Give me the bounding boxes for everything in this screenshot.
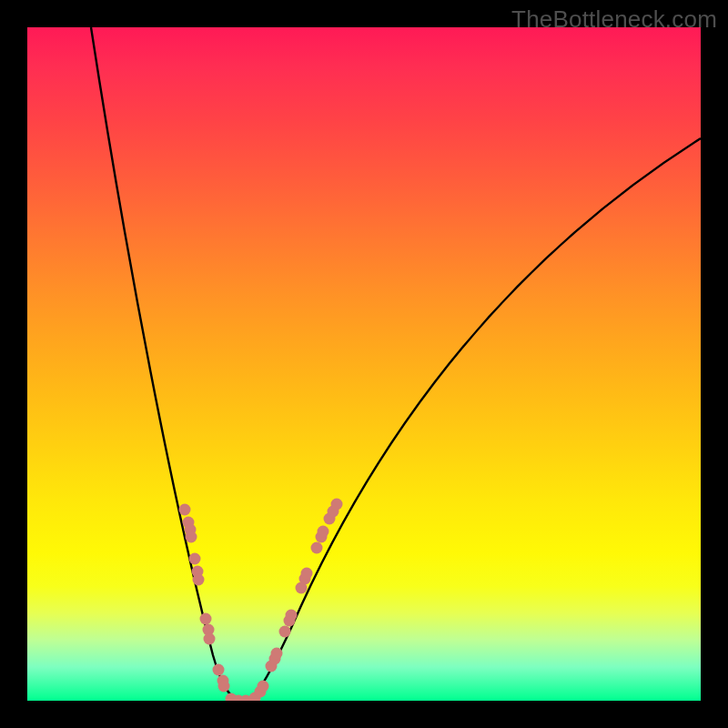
overlay-dot	[186, 531, 197, 543]
overlay-dot	[193, 574, 205, 586]
overlay-dot	[213, 664, 225, 676]
overlay-dots	[179, 499, 343, 702]
overlay-dot	[218, 681, 230, 693]
overlay-dot	[189, 553, 201, 565]
chart-plot-area	[27, 27, 701, 701]
overlay-dot	[204, 633, 216, 645]
overlay-dot	[311, 542, 323, 554]
overlay-dot	[286, 610, 298, 622]
curve-right	[242, 138, 701, 701]
overlay-dot	[179, 504, 191, 516]
overlay-dot	[258, 681, 269, 693]
watermark-text: TheBottleneck.com	[511, 5, 717, 34]
overlay-dot	[331, 499, 343, 511]
overlay-dot	[318, 526, 329, 538]
curve-left	[91, 27, 242, 701]
overlay-dot	[200, 613, 212, 625]
overlay-dot	[301, 568, 313, 580]
bottleneck-curve-svg	[27, 27, 701, 701]
overlay-dot	[271, 648, 283, 660]
overlay-dot	[279, 626, 291, 638]
